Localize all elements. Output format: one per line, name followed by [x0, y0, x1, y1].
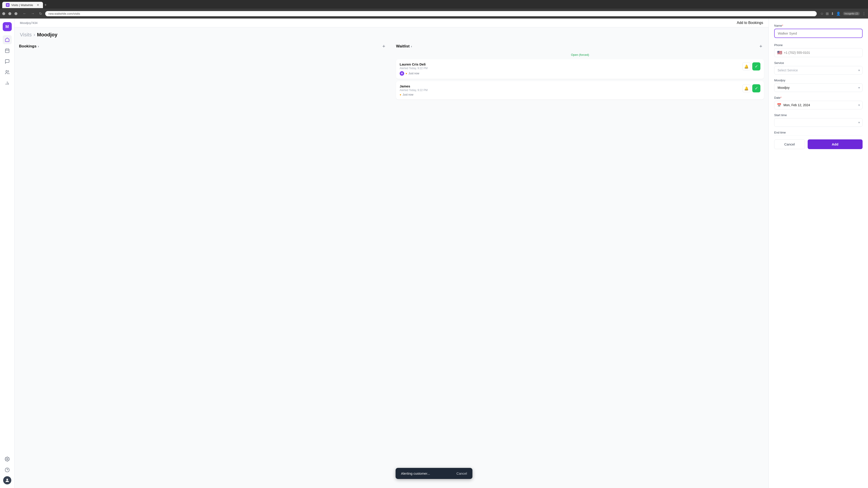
- sidebar-item-messages[interactable]: [3, 57, 12, 66]
- waitlist-title: Waitlist ›: [396, 44, 412, 48]
- download-icon[interactable]: ⬇: [831, 11, 834, 16]
- waitlist-add-button[interactable]: +: [758, 43, 764, 50]
- waitlist-chevron-icon[interactable]: ›: [411, 44, 412, 48]
- right-panel: Name* Phone 🇺🇸 Service Select Service ▾: [769, 19, 868, 488]
- start-time-field-section: Start time ▾: [774, 113, 863, 127]
- form-actions: Cancel Add: [774, 135, 863, 149]
- waitlist-item-name: Lauren Cris Deli: [400, 62, 740, 66]
- top-bar: Moodjoy7434 Add to Bookings: [14, 19, 769, 27]
- bookings-title: Bookings ›: [19, 44, 39, 48]
- bookings-add-button[interactable]: +: [381, 43, 387, 50]
- sidebar-item-home[interactable]: [3, 35, 12, 44]
- name-input[interactable]: [774, 29, 863, 38]
- svg-rect-0: [5, 49, 9, 53]
- waitlist-column: Waitlist › + Open (forced) Lauren Cris D…: [392, 41, 769, 488]
- waitlist-item-sub: Alerted Today, 9:22 PM: [400, 89, 740, 92]
- close-button[interactable]: [14, 12, 18, 15]
- alert-bell-button[interactable]: 🔔: [742, 62, 750, 70]
- tab-favicon: W: [6, 3, 9, 7]
- location-label: Moodjoy: [774, 78, 863, 82]
- bookmark-icon[interactable]: ☆: [820, 11, 824, 16]
- sidebar-item-settings[interactable]: [3, 455, 12, 464]
- tenant-name: Moodjoy7434: [20, 21, 37, 25]
- calendar-icon: 📅: [777, 103, 781, 107]
- start-time-select-wrap: ▾: [774, 118, 863, 127]
- tab-title: Visits | Waitwhile: [11, 3, 33, 7]
- columns-area: Bookings › + Waitlist › + Open (forced): [14, 41, 769, 488]
- address-bar[interactable]: new.waitwhile.com/visits: [45, 11, 817, 16]
- forward-button[interactable]: →: [30, 11, 36, 17]
- new-tab-button[interactable]: +: [44, 3, 47, 7]
- sidebar-item-users[interactable]: [3, 68, 12, 77]
- waitlist-item-time: Just now: [408, 72, 419, 75]
- waitlist-item: James Alerted Today, 9:22 PM ● Just now …: [396, 81, 764, 99]
- incognito-badge: Incognito (2): [843, 12, 860, 15]
- service-select[interactable]: Select Service: [774, 66, 863, 74]
- tab-close-btn[interactable]: ✕: [37, 3, 39, 7]
- waitlist-item-time: Just now: [403, 93, 413, 96]
- date-field-section: Date* 📅 Mon, Feb 12, 2024 ▾: [774, 96, 863, 109]
- form-cancel-button[interactable]: Cancel: [774, 139, 805, 149]
- breadcrumb-separator: ›: [33, 32, 35, 38]
- breadcrumb-visits[interactable]: Visits: [20, 32, 32, 38]
- toast-cancel-button[interactable]: Cancel: [456, 471, 467, 475]
- extensions-icon[interactable]: ⊞: [826, 11, 829, 16]
- window-controls: [2, 12, 18, 15]
- add-to-bookings-button[interactable]: Add to Bookings: [737, 21, 763, 25]
- minimize-button[interactable]: [2, 12, 5, 15]
- check-in-button[interactable]: ✓: [752, 84, 761, 92]
- waitlist-item-info: James Alerted Today, 9:22 PM ● Just now: [400, 84, 740, 96]
- reload-button[interactable]: ↻: [38, 11, 43, 17]
- toast-notification: Alerting customer... Cancel: [396, 468, 472, 479]
- waitlist-item-actions: 🔔 ✓: [742, 84, 761, 92]
- waitlist-item-actions: 🔔 ✓: [742, 62, 761, 70]
- date-label: Date*: [774, 96, 863, 99]
- svg-point-4: [6, 70, 7, 72]
- browser-tab[interactable]: W Visits | Waitwhile ✕: [2, 2, 43, 8]
- form-add-button[interactable]: Add: [808, 139, 863, 149]
- waitlist-item-info: Lauren Cris Deli Alerted Today, 9:22 PM …: [400, 62, 740, 76]
- sidebar-item-calendar[interactable]: [3, 46, 12, 55]
- sidebar-item-help[interactable]: [3, 465, 12, 475]
- profile-icon[interactable]: 👤: [836, 11, 841, 16]
- alert-bell-button[interactable]: 🔔: [742, 84, 750, 92]
- bookings-column: Bookings › +: [14, 41, 392, 488]
- service-field-section: Service Select Service ▾: [774, 61, 863, 74]
- waitlist-column-header: Waitlist › +: [396, 41, 764, 53]
- flag-icon: 🇺🇸: [777, 50, 782, 55]
- maximize-button[interactable]: [8, 12, 11, 15]
- location-select-wrap: Moodjoy ▾: [774, 84, 863, 92]
- waitlist-item-avatar: M: [400, 71, 404, 76]
- user-avatar[interactable]: [3, 476, 11, 484]
- menu-icon[interactable]: ⋮: [862, 11, 866, 16]
- name-label: Name*: [774, 24, 863, 27]
- waitlist-status: Open (forced): [396, 53, 764, 57]
- svg-point-11: [6, 479, 8, 480]
- sidebar: M: [0, 19, 14, 488]
- phone-input-wrap[interactable]: 🇺🇸: [774, 48, 863, 57]
- date-select[interactable]: Mon, Feb 12, 2024: [774, 101, 863, 109]
- sidebar-bottom: [3, 455, 12, 484]
- bookings-column-header: Bookings › +: [19, 41, 387, 53]
- sidebar-item-analytics[interactable]: [3, 78, 12, 88]
- start-time-select[interactable]: [774, 118, 863, 127]
- check-in-button[interactable]: ✓: [752, 62, 761, 70]
- breadcrumb: Visits › Moodjoy: [14, 27, 769, 41]
- back-button[interactable]: ←: [22, 11, 28, 17]
- toast-message: Alerting customer...: [401, 471, 430, 475]
- main-content: Moodjoy7434 Add to Bookings Visits › Moo…: [14, 19, 769, 488]
- date-select-wrap: 📅 Mon, Feb 12, 2024 ▾: [774, 101, 863, 109]
- sidebar-logo[interactable]: M: [3, 22, 12, 31]
- end-time-label: End time: [774, 131, 863, 134]
- end-time-field-section: End time: [774, 131, 863, 134]
- phone-input[interactable]: [784, 51, 860, 55]
- bookings-chevron-icon[interactable]: ›: [38, 44, 39, 48]
- waitlist-item: Lauren Cris Deli Alerted Today, 9:22 PM …: [396, 59, 764, 79]
- waitlist-item-name: James: [400, 84, 740, 88]
- browser-actions: ☆ ⊞ ⬇ 👤 Incognito (2) ⋮: [820, 11, 866, 16]
- waitlist-item-sub: Alerted Today, 9:22 PM: [400, 67, 740, 70]
- breadcrumb-current: Moodjoy: [37, 32, 57, 38]
- location-select[interactable]: Moodjoy: [774, 84, 863, 92]
- waitlist-item-meta: M ● Just now: [400, 71, 740, 76]
- phone-field-section: Phone 🇺🇸: [774, 43, 863, 57]
